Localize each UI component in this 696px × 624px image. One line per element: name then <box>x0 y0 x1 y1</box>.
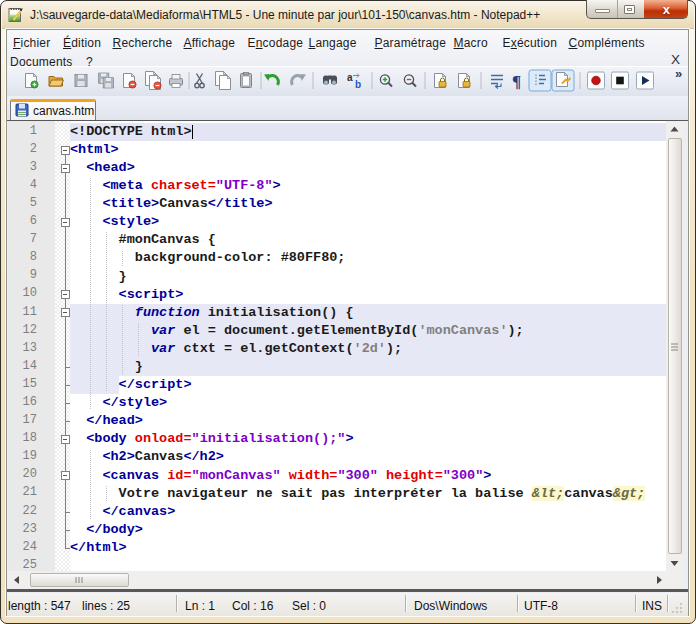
svg-text:¶: ¶ <box>512 72 521 91</box>
svg-text:a: a <box>347 72 353 83</box>
svg-text:»: » <box>675 66 682 81</box>
svg-text:b: b <box>355 79 361 90</box>
